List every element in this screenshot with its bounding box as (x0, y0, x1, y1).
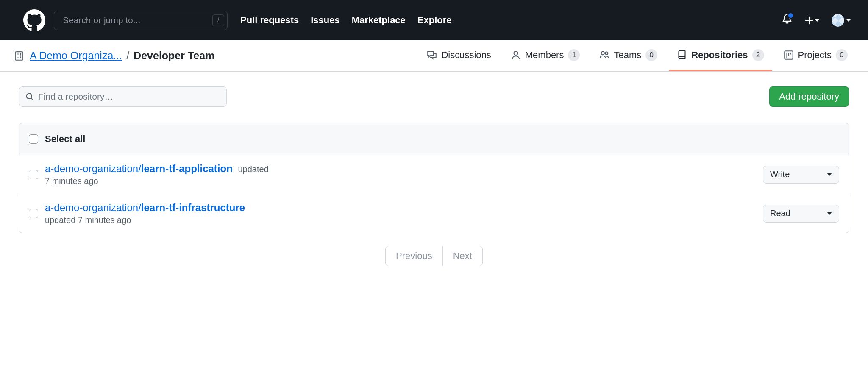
comment-discussion-icon (427, 50, 437, 60)
tab-label: Members (525, 50, 564, 61)
repo-search[interactable] (19, 86, 227, 107)
svg-point-6 (20, 57, 21, 58)
slash-key-hint: / (212, 14, 224, 26)
repo-list: Select all a-demo-organization/learn-tf-… (19, 123, 849, 233)
permission-dropdown[interactable]: Read (763, 205, 839, 223)
svg-point-4 (20, 53, 21, 54)
tab-label: Projects (798, 50, 832, 61)
previous-button[interactable]: Previous (386, 246, 442, 266)
caret-down-icon (827, 212, 832, 215)
nav-explore[interactable]: Explore (417, 15, 452, 26)
svg-point-8 (601, 52, 605, 55)
repo-link[interactable]: a-demo-organization/learn-tf-infrastruct… (45, 202, 245, 213)
repo-meta: 7 minutes ago (45, 176, 756, 186)
svg-line-15 (31, 98, 33, 100)
svg-point-14 (27, 94, 32, 99)
notification-dot-icon (787, 12, 794, 19)
search-input[interactable] (54, 11, 228, 30)
pagination-group: Previous Next (385, 246, 483, 266)
nav-marketplace[interactable]: Marketplace (352, 15, 406, 26)
repo-owner: a-demo-organization/ (45, 163, 141, 174)
tab-counter: 0 (836, 49, 848, 61)
tab-repositories[interactable]: Repositories 2 (669, 40, 771, 71)
tab-members[interactable]: Members 1 (503, 40, 588, 71)
nav-pull-requests[interactable]: Pull requests (240, 15, 299, 26)
svg-point-5 (20, 56, 21, 56)
caret-down-icon (827, 173, 832, 176)
list-header: Select all (19, 123, 849, 155)
svg-point-7 (514, 51, 517, 55)
permission-dropdown[interactable]: Write (763, 166, 839, 184)
user-menu-dropdown[interactable] (832, 14, 851, 27)
tab-projects[interactable]: Projects 0 (776, 40, 855, 71)
next-button[interactable]: Next (442, 246, 482, 266)
tab-counter: 1 (568, 49, 580, 61)
repo-search-input[interactable] (38, 92, 220, 102)
team-tabs: Discussions Members 1 Teams 0 Repositori… (419, 40, 855, 71)
github-logo-icon[interactable] (23, 9, 45, 31)
organization-icon (13, 50, 25, 62)
global-nav: Pull requests Issues Marketplace Explore (240, 15, 452, 26)
breadcrumb: A Demo Organiza... / Developer Team (13, 50, 214, 62)
team-subnav: A Demo Organiza... / Developer Team Disc… (0, 40, 868, 72)
select-all-label: Select all (45, 134, 85, 145)
add-repository-button[interactable]: Add repository (769, 86, 849, 107)
caret-down-icon (815, 19, 820, 22)
pagination: Previous Next (19, 246, 849, 266)
notifications-button[interactable] (782, 14, 793, 27)
breadcrumb-separator: / (126, 50, 129, 62)
project-icon (784, 50, 794, 60)
repo-name: learn-tf-infrastructure (141, 202, 245, 213)
caret-down-icon (846, 19, 851, 22)
tab-teams[interactable]: Teams 0 (592, 40, 665, 71)
repo-icon (677, 50, 687, 60)
repo-row-body: a-demo-organization/learn-tf-infrastruct… (45, 202, 756, 225)
permission-value: Write (770, 170, 790, 179)
permission-value: Read (770, 209, 790, 218)
search-icon (25, 92, 34, 101)
row-checkbox[interactable] (29, 209, 38, 218)
select-all-checkbox[interactable] (29, 134, 38, 144)
repo-row: a-demo-organization/learn-tf-infrastruct… (19, 194, 849, 233)
repo-owner: a-demo-organization/ (45, 202, 141, 213)
person-icon (511, 50, 521, 60)
header-actions (782, 14, 851, 27)
avatar-icon (832, 14, 844, 27)
tab-counter: 2 (752, 49, 764, 61)
repo-toolbar: Add repository (19, 86, 849, 107)
svg-point-9 (606, 52, 608, 55)
tab-discussions[interactable]: Discussions (419, 40, 498, 71)
repo-name: learn-tf-application (141, 163, 233, 174)
people-icon (599, 50, 609, 60)
main-content: Add repository Select all a-demo-organiz… (0, 72, 868, 281)
repo-link[interactable]: a-demo-organization/learn-tf-application (45, 163, 235, 174)
breadcrumb-org-link[interactable]: A Demo Organiza... (30, 50, 122, 62)
repo-row-body: a-demo-organization/learn-tf-application… (45, 163, 756, 186)
repo-meta-inline: updated (238, 164, 268, 174)
global-header: / Pull requests Issues Marketplace Explo… (0, 0, 868, 40)
row-checkbox[interactable] (29, 170, 38, 179)
tab-label: Teams (614, 50, 641, 61)
tab-label: Repositories (691, 50, 748, 61)
create-new-dropdown[interactable] (804, 16, 820, 25)
repo-meta: updated 7 minutes ago (45, 215, 756, 225)
breadcrumb-team-name: Developer Team (134, 50, 214, 62)
nav-issues[interactable]: Issues (311, 15, 340, 26)
global-search[interactable]: / (54, 11, 228, 30)
repo-row: a-demo-organization/learn-tf-application… (19, 155, 849, 194)
tab-label: Discussions (441, 50, 491, 61)
tab-counter: 0 (645, 49, 657, 61)
